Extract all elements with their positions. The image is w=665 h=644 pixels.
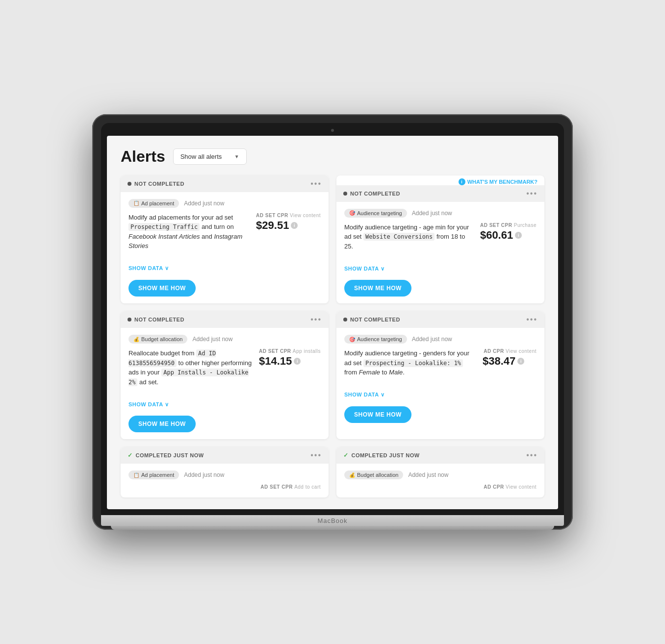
laptop-screen: Alerts Show all alerts ▼ NOT COMPLETED	[107, 136, 558, 510]
alert-metric-6: AD CPR View content	[483, 484, 537, 491]
chevron-down-icon: ▼	[234, 154, 239, 159]
tag-label-4: Audience targeting	[357, 336, 402, 342]
alert-text-1: Modify ad placements for your ad set Pro…	[128, 213, 249, 297]
alert-text-2: Modify audience targeting - age min for …	[344, 223, 473, 297]
alert-content-row-2: Modify audience targeting - age min for …	[344, 223, 537, 297]
metric-info-icon-3[interactable]: i	[294, 358, 301, 365]
placement-icon-1: 📋	[133, 200, 139, 206]
laptop-foot	[111, 526, 554, 530]
alert-card-4: NOT COMPLETED ••• 🎯 Audience targeting A…	[336, 311, 544, 439]
status-check-6: ✓	[343, 452, 349, 459]
status-indicator-3: NOT COMPLETED	[128, 317, 184, 322]
more-options-2[interactable]: •••	[526, 189, 537, 198]
added-time-6: Added just now	[408, 471, 448, 478]
status-dot-1	[128, 182, 131, 186]
metric-label-5: AD SET CPR Add to cart	[260, 484, 321, 490]
budget-icon-3: 💰	[133, 337, 139, 342]
alert-metric-5: AD SET CPR Add to cart	[260, 484, 321, 491]
show-me-how-btn-1[interactable]: SHOW ME HOW	[128, 280, 196, 297]
status-indicator-2: NOT COMPLETED	[343, 191, 400, 197]
alerts-grid: NOT COMPLETED ••• 📋 Ad placement Added j…	[121, 175, 544, 498]
alert-tag-4: 🎯 Audience targeting	[344, 335, 407, 344]
alert-card-2: i WHAT'S MY BENCHMARK? NOT COMPLETED •••	[336, 175, 544, 304]
alert-tag-1: 📋 Ad placement	[128, 199, 179, 208]
alert-tag-row-2: 🎯 Audience targeting Added just now	[344, 209, 537, 218]
alert-card-body-1: 📋 Ad placement Added just now Modify ad …	[121, 192, 329, 303]
metric-info-icon-2[interactable]: i	[515, 232, 522, 239]
status-label-6: COMPLETED JUST NOW	[352, 452, 420, 458]
alert-tag-row-4: 🎯 Audience targeting Added just now	[344, 335, 537, 344]
status-label-4: NOT COMPLETED	[350, 317, 400, 322]
alert-card-1: NOT COMPLETED ••• 📋 Ad placement Added j…	[121, 175, 329, 304]
more-options-5[interactable]: •••	[310, 451, 322, 460]
show-data-link-1[interactable]: SHOW DATA ∨	[128, 264, 169, 272]
metric-label-4: AD CPR View content	[483, 348, 537, 354]
camera-dot	[331, 129, 334, 132]
alert-tag-row-3: 💰 Budget allocation Added just now	[128, 335, 321, 344]
alert-card-header-1: NOT COMPLETED •••	[121, 175, 329, 192]
app-content: Alerts Show all alerts ▼ NOT COMPLETED	[107, 136, 558, 510]
targeting-icon-4: 🎯	[349, 337, 355, 342]
alert-text-3: Reallocate budget from Ad ID 61385565949…	[128, 348, 252, 432]
more-options-1[interactable]: •••	[310, 179, 322, 188]
metric-value-4: $38.47 i	[483, 355, 537, 368]
show-me-how-btn-4[interactable]: SHOW ME HOW	[344, 406, 411, 423]
status-check-5: ✓	[128, 452, 133, 459]
more-options-6[interactable]: •••	[526, 451, 537, 460]
alert-content-row-5: AD SET CPR Add to cart	[128, 484, 321, 491]
metric-info-icon-1[interactable]: i	[291, 222, 298, 229]
alert-card-body-2: 🎯 Audience targeting Added just now Modi…	[336, 202, 544, 304]
alert-card-header-3: NOT COMPLETED •••	[121, 311, 329, 328]
tag-label-6: Budget allocation	[357, 472, 398, 478]
tag-label-1: Ad placement	[141, 200, 174, 206]
show-data-link-2[interactable]: SHOW DATA ∨	[344, 265, 384, 273]
show-data-link-4[interactable]: SHOW DATA ∨	[344, 391, 384, 399]
status-label-5: COMPLETED JUST NOW	[136, 452, 204, 458]
tag-label-2: Audience targeting	[357, 210, 402, 216]
added-time-3: Added just now	[192, 336, 232, 343]
laptop-base: MacBook	[101, 515, 564, 526]
added-time-1: Added just now	[184, 200, 224, 207]
alert-card-6: ✓ COMPLETED JUST NOW ••• 💰 Budget alloca…	[336, 447, 544, 497]
alert-content-row-4: Modify audience targeting - genders for …	[344, 348, 537, 423]
alert-content-row-1: Modify ad placements for your ad set Pro…	[128, 213, 321, 297]
laptop-device: Alerts Show all alerts ▼ NOT COMPLETED	[92, 114, 573, 530]
alert-card-3: NOT COMPLETED ••• 💰 Budget allocation Ad…	[121, 311, 329, 439]
alert-content-row-3: Reallocate budget from Ad ID 61385565949…	[128, 348, 321, 432]
macbook-label: MacBook	[317, 517, 347, 524]
metric-label-1: AD SET CPR View content	[256, 213, 321, 218]
alert-content-row-6: AD CPR View content	[344, 484, 537, 491]
added-time-5: Added just now	[184, 471, 224, 478]
metric-label-6: AD CPR View content	[483, 484, 537, 490]
show-me-how-btn-2[interactable]: SHOW ME HOW	[344, 280, 411, 297]
alert-card-header-2: NOT COMPLETED •••	[336, 185, 544, 202]
status-dot-3	[128, 318, 131, 322]
benchmark-info-icon: i	[459, 178, 465, 185]
alert-tag-row-6: 💰 Budget allocation Added just now	[344, 471, 537, 479]
screen-bezel: Alerts Show all alerts ▼ NOT COMPLETED	[101, 123, 564, 516]
alert-tag-3: 💰 Budget allocation	[128, 335, 187, 344]
benchmark-row: i WHAT'S MY BENCHMARK?	[336, 175, 544, 185]
alert-metric-4: AD CPR View content $38.47 i	[483, 348, 537, 368]
more-options-4[interactable]: •••	[526, 315, 537, 324]
status-indicator-5: ✓ COMPLETED JUST NOW	[128, 452, 204, 459]
status-dot-4	[343, 318, 347, 322]
show-data-link-3[interactable]: SHOW DATA ∨	[128, 400, 169, 409]
alert-card-body-3: 💰 Budget allocation Added just now Reall…	[121, 328, 329, 439]
alert-card-header-5: ✓ COMPLETED JUST NOW •••	[121, 447, 329, 464]
alert-metric-3: AD SET CPR App installs $14.15 i	[259, 348, 321, 368]
status-indicator-1: NOT COMPLETED	[128, 181, 184, 187]
alert-card-body-4: 🎯 Audience targeting Added just now Modi…	[336, 328, 544, 430]
show-me-how-btn-3[interactable]: SHOW ME HOW	[128, 416, 196, 432]
placement-icon-5: 📋	[133, 472, 139, 478]
alert-card-body-5: 📋 Ad placement Added just now AD SET CPR…	[121, 464, 329, 497]
alert-tag-row-1: 📋 Ad placement Added just now	[128, 199, 321, 208]
filter-dropdown[interactable]: Show all alerts ▼	[173, 149, 247, 165]
benchmark-link[interactable]: i WHAT'S MY BENCHMARK?	[459, 178, 537, 185]
status-label-1: NOT COMPLETED	[134, 181, 184, 187]
metric-info-icon-4[interactable]: i	[517, 358, 524, 365]
more-options-3[interactable]: •••	[310, 315, 322, 324]
status-dot-2	[343, 192, 347, 196]
alert-text-4: Modify audience targeting - genders for …	[344, 348, 476, 423]
metric-label-2: AD SET CPR Purchase	[480, 223, 537, 228]
